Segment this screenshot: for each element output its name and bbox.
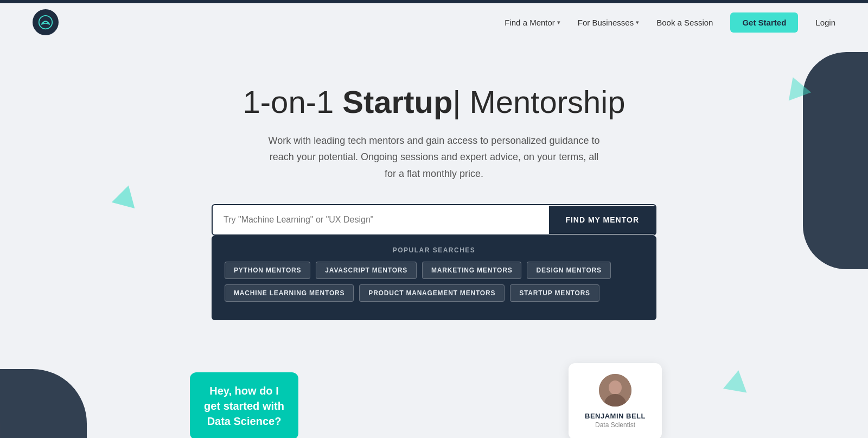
teal-triangle-left: [114, 185, 138, 206]
hero-title-cursor: |: [452, 84, 461, 119]
hero-section: 1-on-1 Startup| Mentorship Work with lea…: [0, 41, 868, 438]
tag-design[interactable]: DESIGN MENTORS: [527, 262, 610, 279]
hero-title: 1-on-1 Startup| Mentorship: [11, 85, 857, 119]
search-box: FIND MY MENTOR: [212, 204, 656, 236]
chevron-down-icon: ▾: [557, 19, 560, 26]
dark-blob-right: [803, 52, 868, 269]
svg-point-4: [610, 381, 621, 392]
navbar-links: Find a Mentor ▾ For Businesses ▾ Book a …: [505, 12, 835, 33]
nav-find-mentor[interactable]: Find a Mentor ▾: [505, 18, 560, 27]
profile-card: BENJAMIN BELL Data Scientist: [569, 363, 662, 438]
tags-row-2: MACHINE LEARNING MENTORS PRODUCT MANAGEM…: [225, 284, 643, 302]
profile-name: BENJAMIN BELL: [585, 412, 646, 420]
hero-title-bold: Startup: [342, 84, 452, 119]
chevron-down-icon: ▾: [636, 19, 639, 26]
popular-searches: POPULAR SEARCHES PYTHON MENTORS JAVASCRI…: [212, 236, 656, 320]
tag-marketing[interactable]: MARKETING MENTORS: [422, 262, 521, 279]
tags-row-1: PYTHON MENTORS JAVASCRIPT MENTORS MARKET…: [225, 262, 643, 279]
teal-triangle-right-top: [784, 77, 808, 97]
svg-point-0: [39, 16, 53, 29]
search-input[interactable]: [213, 205, 549, 234]
nav-businesses-label: For Businesses: [578, 18, 634, 27]
popular-label: POPULAR SEARCHES: [225, 246, 643, 254]
tag-startup[interactable]: STARTUP MENTORS: [510, 284, 599, 302]
logo-circle: [33, 9, 59, 35]
chat-bubble: Hey, how do I get started with Data Scie…: [190, 372, 298, 438]
get-started-button[interactable]: Get Started: [730, 12, 798, 33]
hero-title-prefix: 1-on-1: [243, 84, 343, 119]
tag-javascript[interactable]: JAVASCRIPT MENTORS: [316, 262, 417, 279]
tag-python[interactable]: PYTHON MENTORS: [225, 262, 310, 279]
nav-for-businesses[interactable]: For Businesses ▾: [578, 18, 639, 27]
navbar: Find a Mentor ▾ For Businesses ▾ Book a …: [0, 3, 868, 41]
hero-title-suffix: Mentorship: [461, 84, 625, 119]
nav-find-mentor-label: Find a Mentor: [505, 18, 555, 27]
profile-avatar: [599, 374, 631, 407]
bottom-section: Hey, how do I get started with Data Scie…: [11, 337, 857, 438]
logo[interactable]: [33, 9, 59, 35]
find-mentor-button[interactable]: FIND MY MENTOR: [549, 206, 655, 234]
tag-product-management[interactable]: PRODUCT MANAGEMENT MENTORS: [359, 284, 505, 302]
login-button[interactable]: Login: [815, 18, 835, 27]
hero-subtitle: Work with leading tech mentors and gain …: [266, 132, 602, 182]
profile-title: Data Scientist: [585, 421, 646, 429]
search-container: FIND MY MENTOR POPULAR SEARCHES PYTHON M…: [212, 204, 656, 320]
nav-book-session[interactable]: Book a Session: [656, 18, 713, 27]
tag-machine-learning[interactable]: MACHINE LEARNING MENTORS: [225, 284, 354, 302]
